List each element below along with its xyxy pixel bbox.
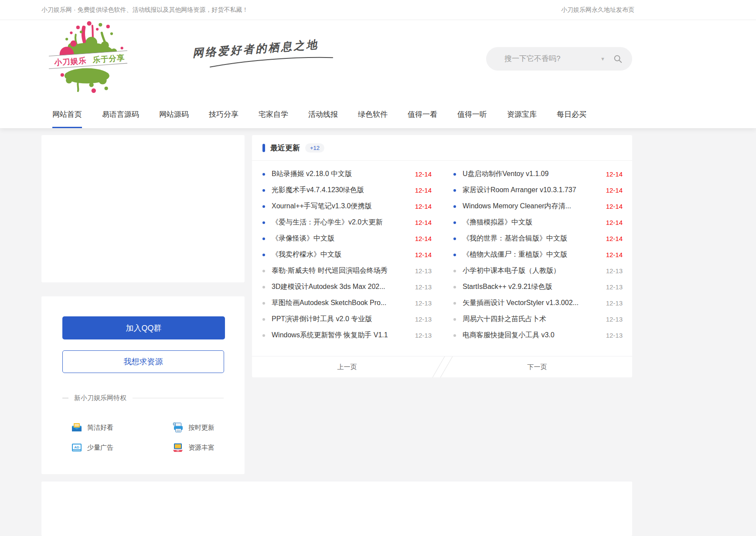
item-title-link[interactable]: 草图绘画Autodesk SketchBook Pro... [272, 299, 408, 308]
perk-feature-label: 资源丰富 [188, 444, 215, 452]
item-title-link[interactable]: 《我卖柠檬水》中文版 [272, 250, 408, 259]
item-title-link[interactable]: 《爱与生活：开心学生》v2.0大更新 [272, 218, 408, 227]
nav-item-5[interactable]: 宅家自学 [259, 100, 288, 128]
item-title-link[interactable]: 周易六十四卦之苗氏占卜术 [463, 315, 599, 324]
item-title-link[interactable]: 《撸猫模拟器》中文版 [463, 218, 599, 227]
bullet-icon [262, 205, 265, 208]
bullet-icon [453, 334, 456, 337]
permanent-address-link[interactable]: 小刀娱乐网永久地址发布页 [561, 6, 634, 14]
list-item[interactable]: 周易六十四卦之苗氏占卜术12-13 [453, 311, 623, 327]
nav-item-3[interactable]: 网站源码 [159, 100, 189, 128]
item-date: 12-14 [599, 203, 623, 210]
list-item[interactable]: 《植物大战僵尸：重植版》中文版12-14 [453, 247, 623, 263]
list-item[interactable]: Windows系统更新暂停 恢复助手 V1.112-13 [262, 327, 432, 343]
bullet-icon [262, 302, 265, 305]
list-item[interactable]: 矢量插画设计 VectorStyler v1.3.002...12-13 [453, 295, 623, 311]
list-item[interactable]: 《爱与生活：开心学生》v2.0大更新12-14 [262, 214, 432, 231]
list-item[interactable]: 草图绘画Autodesk SketchBook Pro...12-13 [262, 295, 432, 311]
item-date: 12-13 [599, 283, 623, 291]
item-date: 12-13 [408, 315, 432, 323]
item-title-link[interactable]: PPT演讲倒计时工具 v2.0 专业版 [272, 315, 408, 324]
chevron-down-icon[interactable]: ▼ [600, 56, 605, 61]
item-date: 12-13 [408, 332, 432, 339]
nav-item-4[interactable]: 技巧分享 [209, 100, 238, 128]
list-item[interactable]: 《录像怪谈》中文版12-14 [262, 231, 432, 247]
prev-page-button[interactable]: 上一页 [252, 356, 442, 377]
item-title-link[interactable]: 矢量插画设计 VectorStyler v1.3.002... [463, 299, 599, 308]
item-title-link[interactable]: 3D建模设计Autodesk 3ds Max 202... [272, 282, 408, 292]
item-date: 12-14 [599, 251, 623, 258]
site-logo[interactable]: 小刀娱乐 乐于分享 [49, 21, 127, 98]
section-title: 最近更新 [270, 143, 300, 153]
item-title-link[interactable]: 光影魔术手v4.7.4.1230绿色版 [272, 186, 408, 195]
search-input[interactable] [504, 54, 598, 64]
bullet-icon [453, 205, 456, 208]
list-item[interactable]: 小学初中课本电子版（人教版）12-13 [453, 263, 623, 279]
bullet-icon [453, 221, 456, 224]
item-title-link[interactable]: Windows Memory Cleaner内存清... [463, 202, 599, 211]
svg-text:AD: AD [74, 445, 79, 449]
item-date: 12-14 [599, 187, 623, 194]
list-item[interactable]: Xournal++手写笔记v1.3.0便携版12-14 [262, 198, 432, 214]
nav-item-8[interactable]: 值得一看 [408, 100, 437, 128]
item-title-link[interactable]: U盘启动制作Ventoy v1.1.09 [463, 170, 599, 179]
list-item[interactable]: PPT演讲倒计时工具 v2.0 专业版12-13 [262, 311, 432, 327]
pagination: 上一页 下一页 [252, 356, 632, 377]
printer-icon [172, 422, 184, 433]
item-title-link[interactable]: 泰勒·斯威夫特 时代巡回演唱会终场秀 [272, 266, 408, 275]
bullet-icon [262, 270, 265, 272]
section-marker-icon [262, 144, 265, 152]
item-title-link[interactable]: Xournal++手写笔记v1.3.0便携版 [272, 202, 408, 211]
nav-item-1[interactable]: 网站首页 [52, 100, 82, 128]
item-title-link[interactable]: 《植物大战僵尸：重植版》中文版 [463, 250, 599, 259]
item-title-link[interactable]: B站录播姬 v2.18.0 中文版 [272, 170, 408, 179]
list-item[interactable]: StartIsBack++ v2.9.21绿色版12-13 [453, 279, 623, 295]
ad-placeholder [41, 135, 245, 282]
nav-item-9[interactable]: 值得一听 [457, 100, 487, 128]
list-item[interactable]: U盘启动制作Ventoy v1.1.0912-14 [453, 166, 623, 182]
item-date: 12-13 [599, 332, 623, 339]
sidebar-widget-card: 加入QQ群 我想求资源 新小刀娱乐网特权 简洁好看按时更新AD少量广告资源丰富 [41, 296, 245, 474]
item-title-link[interactable]: 小学初中课本电子版（人教版） [463, 266, 599, 275]
join-qq-group-button[interactable]: 加入QQ群 [62, 316, 225, 339]
item-title-link[interactable]: 《我的世界：基岩合辑版》中文版 [463, 234, 599, 243]
list-item[interactable]: 《我的世界：基岩合辑版》中文版12-14 [453, 231, 623, 247]
list-item[interactable]: 光影魔术手v4.7.4.1230绿色版12-14 [262, 182, 432, 198]
item-date: 12-13 [599, 315, 623, 323]
list-item[interactable]: B站录播姬 v2.18.0 中文版12-14 [262, 166, 432, 182]
search-button[interactable] [613, 54, 623, 64]
bullet-icon [453, 173, 456, 176]
site-notice-text: 小刀娱乐网 · 免费提供绿色软件、活动线报以及其他网络资源，好货不私藏！ [41, 6, 248, 14]
item-title-link[interactable]: StartIsBack++ v2.9.21绿色版 [463, 282, 599, 292]
nav-item-7[interactable]: 绿色软件 [358, 100, 388, 128]
list-item[interactable]: Windows Memory Cleaner内存清...12-14 [453, 198, 623, 214]
list-item[interactable]: 《我卖柠檬水》中文版12-14 [262, 247, 432, 263]
nav-item-2[interactable]: 易语言源码 [102, 100, 139, 128]
item-date: 12-14 [408, 170, 432, 178]
nav-item-10[interactable]: 资源宝库 [507, 100, 537, 128]
perk-feature-label: 简洁好看 [87, 424, 113, 432]
item-title-link[interactable]: 电商客服快捷回复小工具 v3.0 [463, 331, 599, 340]
bullet-icon [262, 237, 265, 240]
request-resource-button[interactable]: 我想求资源 [62, 350, 224, 373]
bullet-icon [262, 173, 265, 176]
item-title-link[interactable]: Windows系统更新暂停 恢复助手 V1.1 [272, 331, 408, 340]
item-title-link[interactable]: 家居设计Room Arranger v10.3.1.737 [463, 186, 599, 195]
list-item[interactable]: 电商客服快捷回复小工具 v3.012-13 [453, 327, 623, 343]
perk-feature: 按时更新 [172, 422, 233, 433]
next-page-button[interactable]: 下一页 [442, 356, 632, 377]
nav: 网站首页易语言源码网站源码技巧分享宅家自学活动线报绿色软件值得一看值得一听资源宝… [52, 100, 756, 128]
search-box: ▼ [486, 47, 632, 71]
list-item[interactable]: 3D建模设计Autodesk 3ds Max 202...12-13 [262, 279, 432, 295]
perk-feature-label: 按时更新 [188, 424, 215, 432]
divider [133, 398, 224, 398]
list-item[interactable]: 《撸猫模拟器》中文版12-14 [453, 214, 623, 231]
list-item[interactable]: 家居设计Room Arranger v10.3.1.73712-14 [453, 182, 623, 198]
ad-icon: AD [71, 442, 82, 453]
list-item[interactable]: 泰勒·斯威夫特 时代巡回演唱会终场秀12-13 [262, 263, 432, 279]
item-date: 12-13 [408, 299, 432, 307]
recent-updates-card: 最近更新 +12 B站录播姬 v2.18.0 中文版12-14光影魔术手v4.7… [252, 135, 632, 377]
item-title-link[interactable]: 《录像怪谈》中文版 [272, 234, 408, 243]
nav-item-11[interactable]: 每日必买 [557, 100, 586, 128]
nav-item-6[interactable]: 活动线报 [308, 100, 338, 128]
